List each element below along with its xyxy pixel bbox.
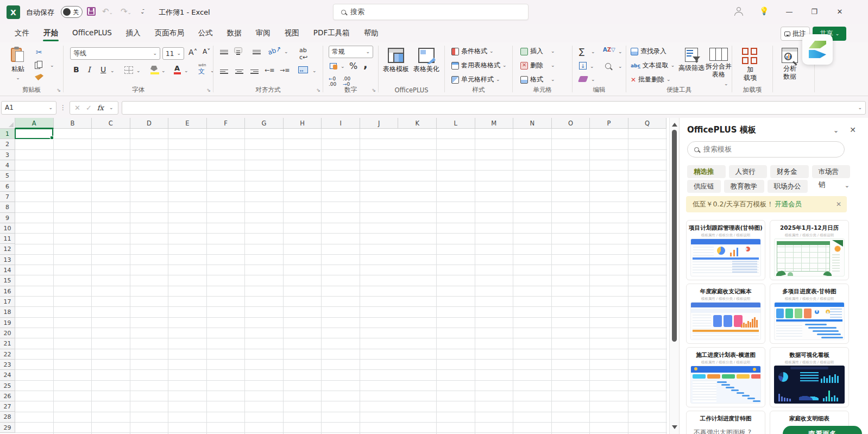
delete-cells-button[interactable]: ✕ 删除⌄	[520, 61, 555, 70]
row-header[interactable]: 2	[0, 139, 15, 149]
number-dialog-launcher-icon[interactable]: ⇘	[372, 87, 376, 93]
merge-dropdown-icon[interactable]: ⌄	[312, 68, 317, 73]
category-education[interactable]: 教育教学	[724, 180, 764, 193]
text-extract-button[interactable]: abc̲ 文本提取⌄	[631, 61, 675, 70]
name-box[interactable]: A1⌄	[1, 101, 56, 115]
row-header[interactable]: 10	[0, 223, 15, 234]
category-supply-chain[interactable]: 供应链	[687, 180, 721, 193]
row-header[interactable]: 13	[0, 255, 15, 265]
underline-button[interactable]: U	[100, 65, 106, 74]
tab-review[interactable]: 审阅	[249, 24, 278, 42]
font-size-select[interactable]: 11⌄	[162, 47, 184, 60]
row-header[interactable]: 23	[0, 360, 15, 370]
decrease-font-icon[interactable]: A˅	[203, 48, 210, 55]
row-header[interactable]: 17	[0, 297, 15, 307]
column-header[interactable]: Q	[628, 118, 667, 129]
table-template-button[interactable]: 表格模板	[383, 48, 409, 74]
row-header[interactable]: 7	[0, 192, 15, 202]
enter-formula-icon[interactable]: ✓	[86, 104, 92, 112]
column-header[interactable]: N	[513, 118, 552, 129]
row-header[interactable]: 27	[0, 401, 15, 412]
tab-help[interactable]: 帮助	[357, 24, 386, 42]
scroll-up-icon[interactable]	[672, 120, 677, 127]
table-beautify-button[interactable]: 表格美化	[413, 48, 439, 74]
format-cells-button[interactable]: 格式⌄	[520, 75, 555, 84]
sort-filter-icon[interactable]: AZ▽	[603, 47, 615, 53]
scrollbar-thumb[interactable]	[672, 130, 677, 342]
formula-input[interactable]: ⌄	[122, 101, 866, 115]
number-format-select[interactable]: 常规⌄	[329, 46, 373, 58]
category-office[interactable]: 职场办公	[768, 180, 808, 193]
vertical-scrollbar[interactable]	[669, 118, 679, 434]
account-avatar[interactable]	[733, 7, 744, 17]
row-header[interactable]: 1	[0, 129, 15, 139]
row-headers[interactable]: 1234567891011121314151617181920212223242…	[0, 129, 15, 433]
row-header[interactable]: 15	[0, 275, 15, 286]
tab-formulas[interactable]: 公式	[191, 24, 220, 42]
accounting-dropdown-icon[interactable]: ⌄	[341, 64, 345, 69]
row-header[interactable]: 16	[0, 286, 15, 297]
worksheet-grid[interactable]: ABCDEFGHIJKLMNOPQ 1234567891011121314151…	[0, 118, 669, 434]
row-header[interactable]: 5	[0, 171, 15, 181]
font-color-dropdown-icon[interactable]: ⌄	[184, 68, 188, 73]
cut-icon[interactable]: ✂	[36, 48, 42, 56]
excel-app-icon[interactable]: X	[7, 5, 20, 19]
category-marketing[interactable]: 市场营销	[812, 165, 851, 178]
quick-access-toolbar-more-icon[interactable]: ⌄̄	[140, 9, 144, 15]
copy-icon[interactable]	[35, 61, 43, 70]
column-header[interactable]: C	[92, 118, 130, 129]
alignment-dialog-launcher-icon[interactable]: ⇘	[316, 87, 320, 93]
underline-dropdown-icon[interactable]: ⌄	[110, 68, 115, 73]
increase-decimal-icon[interactable]: ←0.00	[329, 76, 336, 87]
orientation-dropdown-icon[interactable]: ⌄	[284, 49, 288, 54]
clear-dropdown-icon[interactable]: ⌄	[591, 77, 595, 82]
column-header[interactable]: I	[322, 118, 360, 129]
autosum-dropdown-icon[interactable]: ⌄	[591, 49, 595, 54]
tab-page-layout[interactable]: 页面布局	[148, 24, 191, 42]
borders-dropdown-icon[interactable]: ⌄	[136, 68, 141, 73]
formula-bar-splitter[interactable]: ⋮	[60, 104, 66, 111]
column-header[interactable]: D	[130, 118, 169, 129]
column-header[interactable]: P	[590, 118, 628, 129]
increase-indent-icon[interactable]: →≡	[280, 67, 290, 74]
italic-button[interactable]: I	[87, 65, 91, 74]
open-membership-link[interactable]: 开通会员	[775, 200, 802, 209]
percent-icon[interactable]: %	[349, 61, 357, 71]
view-more-button[interactable]: 查看更多	[783, 426, 862, 434]
tab-insert[interactable]: 插入	[119, 24, 148, 42]
align-center-icon[interactable]	[235, 68, 243, 74]
increase-font-icon[interactable]: A˄	[188, 48, 198, 56]
decrease-indent-icon[interactable]: ←≡	[265, 67, 274, 74]
lightbulb-icon[interactable]: 💡	[759, 7, 769, 15]
category-hr[interactable]: 人资行政	[729, 165, 768, 178]
bold-button[interactable]: B	[73, 65, 79, 74]
tab-pdf-tools[interactable]: PDF工具箱	[306, 24, 357, 42]
fill-color-dropdown-icon[interactable]: ⌄	[161, 68, 166, 73]
column-header[interactable]: K	[398, 118, 437, 129]
phonetic-guide-icon[interactable]: wén文	[198, 64, 206, 76]
tab-officeplus[interactable]: OfficePLUS	[65, 24, 119, 42]
row-header[interactable]: 19	[0, 318, 15, 328]
row-header[interactable]: 3	[0, 150, 15, 160]
tab-home[interactable]: 开始	[36, 24, 65, 42]
template-search-input[interactable]: 搜索模板	[687, 141, 845, 158]
format-painter-icon[interactable]	[35, 74, 43, 80]
pane-close-icon[interactable]: ✕	[850, 125, 856, 134]
pane-collapse-icon[interactable]: ⌄	[833, 127, 839, 134]
align-top-icon[interactable]	[220, 49, 228, 55]
split-merge-table-button[interactable]: 拆分合并 表格	[706, 48, 732, 79]
fx-dropdown-icon[interactable]: ⌄	[109, 105, 114, 110]
analyze-data-button[interactable]: 分析 数据	[782, 48, 798, 81]
comma-style-icon[interactable]: ,	[363, 58, 368, 71]
formula-expand-icon[interactable]: ⌄	[858, 105, 862, 110]
column-header[interactable]: G	[245, 118, 284, 129]
row-header[interactable]: 20	[0, 328, 15, 338]
column-header[interactable]: J	[360, 118, 399, 129]
save-icon[interactable]	[87, 7, 96, 16]
row-header[interactable]: 21	[0, 338, 15, 349]
orientation-icon[interactable]: ab↗	[267, 45, 282, 56]
row-header[interactable]: 14	[0, 265, 15, 275]
wrap-text-icon[interactable]: abc↩	[299, 47, 307, 61]
row-header[interactable]: 4	[0, 160, 15, 171]
undo-icon[interactable]: ↶⌄	[102, 7, 113, 16]
